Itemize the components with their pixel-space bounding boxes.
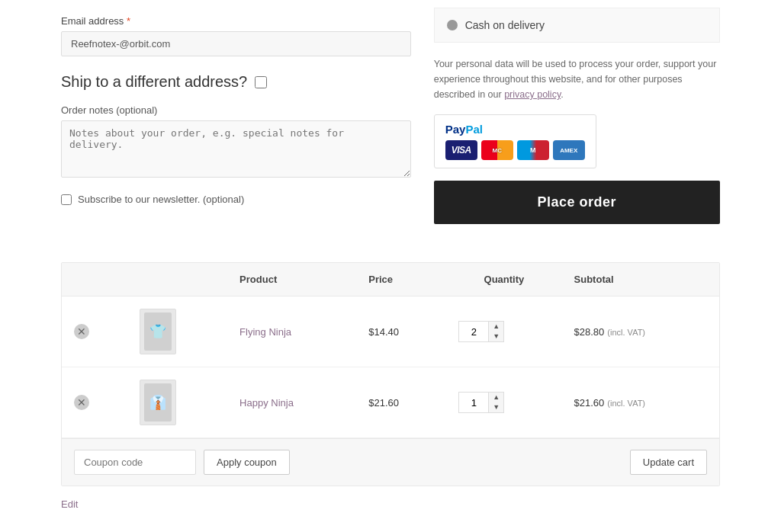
remove-cell: ✕ <box>62 296 127 367</box>
cart-header-row: Product Price Quantity Subtotal <box>62 263 719 296</box>
col-remove <box>62 263 127 296</box>
visa-logo: VISA <box>445 140 477 160</box>
place-order-button[interactable]: Place order <box>434 181 720 224</box>
cart-actions: Apply coupon Update cart <box>62 438 719 486</box>
newsletter-label: Subscribe to our newsletter. (optional) <box>78 194 244 205</box>
paypal-logo: PayPal <box>445 123 585 136</box>
cart-table-wrapper: Product Price Quantity Subtotal ✕ 👕 <box>61 262 720 486</box>
newsletter-checkbox[interactable] <box>61 194 72 205</box>
cart-section: Product Price Quantity Subtotal ✕ 👕 <box>0 262 781 486</box>
incl-vat: (incl. VAT) <box>607 399 645 408</box>
qty-input[interactable] <box>459 394 488 412</box>
product-cell: Happy Ninja <box>227 367 356 438</box>
col-image <box>127 263 228 296</box>
remove-button[interactable]: ✕ <box>74 324 89 339</box>
qty-cell: ▲ ▼ <box>446 367 561 438</box>
update-cart-button[interactable]: Update cart <box>630 450 707 475</box>
order-notes-section: Order notes (optional) <box>61 104 411 180</box>
col-quantity: Quantity <box>446 263 561 296</box>
newsletter-row: Subscribe to our newsletter. (optional) <box>61 194 411 205</box>
col-product: Product <box>227 263 356 296</box>
qty-cell: ▲ ▼ <box>446 296 561 367</box>
ship-checkbox[interactable] <box>255 76 267 88</box>
qty-stepper: ▲ ▼ <box>458 321 504 342</box>
email-label: Email address * <box>61 15 411 27</box>
left-column: Email address * Ship to a different addr… <box>61 8 411 224</box>
qty-stepper: ▲ ▼ <box>458 392 504 413</box>
order-notes-textarea[interactable] <box>61 120 411 178</box>
image-cell: 👕 <box>127 296 228 367</box>
apply-coupon-button[interactable]: Apply coupon <box>204 450 290 475</box>
price-cell: $21.60 <box>356 367 446 438</box>
product-link[interactable]: Flying Ninja <box>239 326 291 338</box>
incl-vat: (incl. VAT) <box>607 328 645 337</box>
product-image: 👔 <box>144 383 172 421</box>
privacy-policy-link[interactable]: privacy policy <box>504 89 561 100</box>
image-cell: 👔 <box>127 367 228 438</box>
radio-dot <box>447 20 458 30</box>
payment-logos: PayPal VISA MC M AMEX <box>434 114 596 168</box>
amex-logo: AMEX <box>553 140 585 160</box>
email-input[interactable] <box>61 31 411 56</box>
cash-on-delivery-option[interactable]: Cash on delivery <box>434 8 720 43</box>
maestro-logo: M <box>517 140 549 160</box>
qty-up[interactable]: ▲ <box>489 322 503 332</box>
remove-cell: ✕ <box>62 367 127 438</box>
coupon-input[interactable] <box>74 450 196 475</box>
product-link[interactable]: Happy Ninja <box>239 397 294 409</box>
shirt-icon: 👕 <box>144 312 172 351</box>
table-row: ✕ 👕 Flying Ninja $14.40 ▲ ▼ <box>62 296 719 367</box>
right-column: Cash on delivery Your personal data will… <box>434 8 720 224</box>
product-cell: Flying Ninja <box>227 296 356 367</box>
mastercard-logo: MC <box>481 140 513 160</box>
ship-title: Ship to a different address? <box>61 73 247 91</box>
shirt-icon: 👔 <box>144 383 172 421</box>
remove-button[interactable]: ✕ <box>74 395 89 410</box>
privacy-text: Your personal data will be used to proce… <box>434 56 720 102</box>
qty-down[interactable]: ▼ <box>489 332 503 341</box>
price-cell: $14.40 <box>356 296 446 367</box>
product-thumb: 👕 <box>140 309 176 354</box>
cash-on-delivery-label: Cash on delivery <box>465 19 545 31</box>
qty-input[interactable] <box>459 323 488 341</box>
subtotal-cell: $28.80(incl. VAT) <box>562 296 719 367</box>
col-subtotal: Subtotal <box>562 263 719 296</box>
col-price: Price <box>356 263 446 296</box>
product-image: 👕 <box>144 312 172 351</box>
ship-section: Ship to a different address? <box>61 73 411 91</box>
subtotal-cell: $21.60(incl. VAT) <box>562 367 719 438</box>
table-row: ✕ 👔 Happy Ninja $21.60 ▲ ▼ <box>62 367 719 438</box>
qty-down[interactable]: ▼ <box>489 402 503 412</box>
qty-up[interactable]: ▲ <box>489 393 503 402</box>
email-section: Email address * <box>61 15 411 56</box>
product-thumb: 👔 <box>140 380 176 425</box>
edit-link[interactable]: Edit <box>0 498 781 510</box>
cart-table: Product Price Quantity Subtotal ✕ 👕 <box>62 263 719 438</box>
order-notes-label: Order notes (optional) <box>61 104 411 116</box>
card-logos: VISA MC M AMEX <box>445 140 585 160</box>
